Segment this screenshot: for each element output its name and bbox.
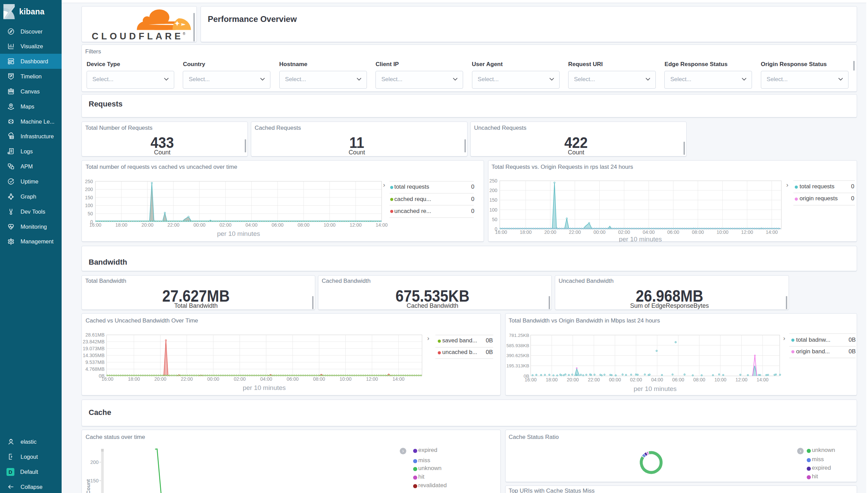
- svg-text:04:00: 04:00: [643, 229, 655, 235]
- svg-text:04:00: 04:00: [651, 377, 663, 382]
- svg-text:10:00: 10:00: [323, 222, 335, 228]
- svg-text:28.61MB: 28.61MB: [85, 332, 104, 338]
- svg-text:14:00: 14:00: [756, 377, 768, 382]
- svg-text:18:00: 18:00: [128, 376, 140, 382]
- svg-text:585.938KB: 585.938KB: [506, 343, 529, 348]
- svg-text:02:00: 02:00: [630, 377, 642, 382]
- svg-text:02:00: 02:00: [618, 229, 630, 235]
- svg-text:CLOUDFLARE: CLOUDFLARE: [92, 31, 183, 41]
- svg-text:250: 250: [489, 178, 498, 184]
- svg-text:06:00: 06:00: [672, 377, 684, 382]
- svg-text:06:00: 06:00: [286, 376, 298, 382]
- svg-text:18:00: 18:00: [520, 229, 532, 235]
- svg-text:18:00: 18:00: [546, 377, 558, 382]
- svg-text:100: 100: [85, 203, 93, 208]
- svg-text:04:00: 04:00: [260, 376, 272, 382]
- svg-text:20:00: 20:00: [154, 376, 166, 382]
- svg-text:08:00: 08:00: [297, 222, 309, 228]
- svg-text:per 10 minutes: per 10 minutes: [619, 236, 662, 242]
- svg-text:06:00: 06:00: [271, 222, 283, 228]
- svg-text:02:00: 02:00: [219, 222, 231, 228]
- svg-text:20:00: 20:00: [544, 229, 556, 235]
- svg-text:0: 0: [90, 219, 93, 225]
- svg-text:00:00: 00:00: [609, 377, 621, 382]
- svg-text:20:00: 20:00: [141, 222, 153, 228]
- svg-text:19.073MB: 19.073MB: [83, 346, 105, 351]
- svg-text:22:00: 22:00: [181, 376, 193, 382]
- svg-text:12:00: 12:00: [349, 222, 361, 228]
- svg-text:250: 250: [85, 179, 93, 184]
- svg-text:22:00: 22:00: [569, 229, 581, 235]
- svg-text:10:00: 10:00: [340, 376, 352, 382]
- svg-text:390.625KB: 390.625KB: [506, 353, 529, 358]
- svg-text:08:00: 08:00: [693, 377, 705, 382]
- svg-text:200: 200: [90, 459, 99, 465]
- svg-text:0: 0: [495, 226, 497, 232]
- svg-text:50: 50: [88, 211, 93, 216]
- svg-text:14:00: 14:00: [393, 376, 405, 382]
- svg-text:02:00: 02:00: [234, 376, 246, 382]
- svg-text:195.313KB: 195.313KB: [506, 363, 529, 368]
- svg-text:00:00: 00:00: [593, 229, 605, 235]
- svg-text:150: 150: [85, 195, 93, 200]
- svg-text:08:00: 08:00: [313, 376, 325, 382]
- svg-text:23.842MB: 23.842MB: [83, 339, 105, 344]
- svg-text:12:00: 12:00: [736, 377, 748, 382]
- svg-text:12:00: 12:00: [741, 229, 753, 235]
- svg-text:06:00: 06:00: [667, 229, 679, 235]
- svg-text:9.537MB: 9.537MB: [85, 359, 104, 365]
- svg-text:Count: Count: [85, 479, 91, 493]
- svg-text:00:00: 00:00: [193, 222, 205, 228]
- svg-text:150: 150: [489, 197, 498, 203]
- svg-text:100: 100: [489, 207, 498, 213]
- svg-text:04:00: 04:00: [245, 222, 257, 228]
- svg-text:4.768MB: 4.768MB: [85, 366, 104, 372]
- svg-text:14:00: 14:00: [375, 222, 387, 228]
- svg-text:14:00: 14:00: [766, 229, 778, 235]
- svg-text:10:00: 10:00: [714, 377, 726, 382]
- svg-text:18:00: 18:00: [115, 222, 127, 228]
- svg-text:781.25KB: 781.25KB: [509, 333, 529, 338]
- svg-text:200: 200: [85, 187, 93, 192]
- svg-text:200: 200: [489, 188, 498, 193]
- svg-text:08:00: 08:00: [692, 229, 704, 235]
- svg-text:per 10 minutes: per 10 minutes: [217, 230, 260, 237]
- svg-text:12:00: 12:00: [366, 376, 378, 382]
- svg-text:0B: 0B: [524, 374, 529, 379]
- svg-text:00:00: 00:00: [207, 376, 219, 382]
- svg-text:50: 50: [492, 217, 497, 222]
- svg-text:20:00: 20:00: [567, 377, 579, 382]
- svg-text:per 10 minutes: per 10 minutes: [243, 384, 286, 391]
- svg-text:®: ®: [183, 32, 186, 36]
- svg-text:10:00: 10:00: [716, 229, 728, 235]
- svg-text:22:00: 22:00: [588, 377, 600, 382]
- svg-text:22:00: 22:00: [167, 222, 179, 228]
- svg-text:0B: 0B: [99, 373, 104, 379]
- svg-text:150: 150: [90, 478, 99, 483]
- svg-text:per 10 minutes: per 10 minutes: [634, 385, 677, 392]
- svg-text:14.305MB: 14.305MB: [83, 353, 105, 358]
